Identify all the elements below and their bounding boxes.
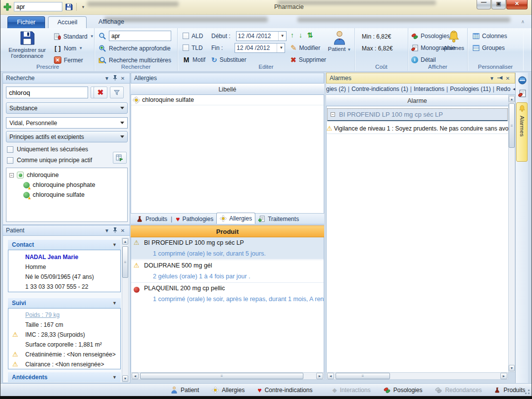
save-prescription-button[interactable]: Enregistrer sur l'ordonnance xyxy=(3,30,51,59)
date-dropdown-icon[interactable]: ▼ xyxy=(278,32,285,41)
securisees-checkbox[interactable]: Uniquement les sécurisées xyxy=(7,146,88,153)
collapse-icon[interactable]: − xyxy=(331,112,335,117)
close-button[interactable]: ✕ xyxy=(506,0,528,9)
middle-hscrollbar[interactable]: ◄ ≡ ► xyxy=(131,372,324,380)
export-list-button[interactable] xyxy=(113,152,127,164)
tab-contre-indications-count[interactable]: Contre-indications (1) xyxy=(351,86,408,92)
detail-button[interactable]: i Détail xyxy=(411,54,436,65)
scroll-right-icon[interactable]: ► xyxy=(500,373,507,379)
tab-redondances[interactable]: Redo xyxy=(496,86,511,92)
status-produits[interactable]: Produits xyxy=(494,387,525,394)
patient-scrollbar[interactable]: ▲ ≡ ▼ xyxy=(122,238,129,382)
scroll-up-icon[interactable]: ▲ xyxy=(122,238,128,245)
standard-button[interactable]: Standard▼ xyxy=(54,31,94,42)
ald-checkbox[interactable]: ALD xyxy=(183,31,203,41)
patient-weight-link[interactable]: Poids : 79 kg xyxy=(8,310,120,320)
produit-column-header[interactable]: Produit xyxy=(131,225,324,237)
tab-allergies[interactable]: Allergies xyxy=(216,213,255,224)
tab-traitements[interactable]: Traitements xyxy=(255,214,302,224)
alarm-group-row[interactable]: − BI PROFENID LP 100 mg cp séc LP xyxy=(327,108,508,121)
pin-icon[interactable] xyxy=(111,75,119,82)
colonnes-button[interactable]: Colonnes xyxy=(473,31,507,41)
antecedents-section-header[interactable]: Antécédents▼ xyxy=(8,372,121,382)
collapse-icon[interactable]: − xyxy=(9,173,14,177)
scrollbar-thumb[interactable]: ≡ xyxy=(140,373,303,379)
filter-button[interactable] xyxy=(110,87,124,98)
suivi-section-header[interactable]: Suivi▼ xyxy=(8,298,121,308)
tree-item-child[interactable]: ▲ chloroquine sulfate xyxy=(23,190,127,200)
move-both-icon[interactable]: ⇅ xyxy=(307,31,313,39)
alarme-column-header[interactable]: Alarme xyxy=(326,95,508,106)
libelle-column-header[interactable]: Libellé xyxy=(131,84,324,95)
product-row[interactable]: PLAQUENIL 200 mg cp pellic 1 comprimé (o… xyxy=(131,282,324,305)
scroll-left-icon[interactable]: ◄ xyxy=(327,373,334,379)
status-contre-indications[interactable]: ♥ Contre-indications xyxy=(257,386,312,394)
tree-item-child[interactable]: ▲ chloroquine phosphate xyxy=(23,180,127,190)
groupes-button[interactable]: Groupes xyxy=(473,43,505,53)
scroll-down-icon[interactable]: ▼ xyxy=(122,375,128,382)
status-interactions[interactable]: ◆ Interactions xyxy=(332,387,370,394)
allergy-row[interactable]: chloroquine sulfate xyxy=(131,95,324,105)
tab-allergies-count[interactable]: gies (2) xyxy=(326,86,346,92)
tab-interactions[interactable]: Interactions xyxy=(414,86,444,92)
pin-icon[interactable] xyxy=(111,227,119,234)
source-combo[interactable]: Vidal, Personnelle xyxy=(6,117,128,129)
alarm-hscrollbar[interactable]: ◄ ≡ ► xyxy=(326,372,508,380)
add-icon[interactable] xyxy=(3,3,11,11)
collapse-ribbon-icon[interactable]: ∧ xyxy=(521,19,525,24)
tab-pathologies[interactable]: ♥ Pathologies xyxy=(173,214,216,224)
tld-checkbox[interactable]: TLD xyxy=(183,43,203,53)
close-panel-icon[interactable]: ✕ xyxy=(504,76,512,81)
tab-affichage[interactable]: Affichage xyxy=(90,16,133,28)
panel-menu-icon[interactable]: ▼ xyxy=(103,76,111,81)
save-icon[interactable] xyxy=(65,3,73,11)
patient-button[interactable]: Patient ▼ xyxy=(326,30,353,52)
tab-fichier[interactable]: Fichier xyxy=(7,16,45,28)
tabs-scroll-left-icon[interactable]: ◄ xyxy=(510,87,515,91)
substituer-button[interactable]: ↻ Substituer xyxy=(211,54,246,65)
close-panel-icon[interactable]: ✕ xyxy=(119,76,127,81)
tab-accueil[interactable]: Accueil xyxy=(48,16,87,28)
status-posologies[interactable]: Posologies xyxy=(384,387,423,394)
monograph-tab-icon[interactable] xyxy=(517,88,528,99)
alarm-row[interactable]: ⚠ Vigilance de niveau 1 : Soyez prudents… xyxy=(327,123,508,134)
debut-date-input[interactable]: 12 /04 /2012▼ xyxy=(236,31,287,41)
resize-grip[interactable] xyxy=(524,389,530,395)
pin-horizontal-icon[interactable] xyxy=(496,76,504,81)
clear-search-button[interactable]: ✖ xyxy=(94,87,107,98)
supprimer-button[interactable]: ✖ Supprimer xyxy=(290,54,326,65)
panel-menu-icon[interactable]: ▼ xyxy=(488,76,496,81)
status-allergies[interactable]: Allergies xyxy=(212,387,244,394)
panel-menu-icon[interactable]: ▼ xyxy=(103,228,111,233)
modifier-button[interactable]: ✎ Modifier xyxy=(290,43,320,53)
alarm-vscrollbar[interactable]: ▲ ≡ ▼ xyxy=(508,95,515,372)
scroll-up-icon[interactable]: ▲ xyxy=(509,96,515,102)
detail-sphere-icon[interactable] xyxy=(517,74,528,86)
recherche-approfondie-button[interactable]: Recherche approfondie xyxy=(98,43,171,53)
alarmes-button[interactable]: Alarmes xyxy=(440,30,468,51)
scrollbar-thumb[interactable]: ≡ xyxy=(122,246,128,278)
principes-combo[interactable]: Principes actifs et excipients xyxy=(6,131,128,142)
product-row-selected[interactable]: ⚠BI PROFENID LP 100 mg cp séc LP 1 compr… xyxy=(131,237,324,259)
close-panel-icon[interactable]: ✕ xyxy=(119,228,127,233)
customize-toolbar-icon[interactable]: ▾ xyxy=(80,5,86,9)
tab-produits[interactable]: Produits xyxy=(134,214,170,224)
tab-posologies-count[interactable]: Posologies (11) xyxy=(450,86,491,92)
search-type-combo[interactable]: Substance xyxy=(6,102,128,114)
tree-item-root[interactable]: − chloroquine xyxy=(9,170,127,180)
product-row[interactable]: ⚠DOLIPRANE 500 mg gél 2 gélules (orale) … xyxy=(131,260,324,282)
minimize-button[interactable]: — xyxy=(477,0,491,9)
scroll-right-icon[interactable]: ► xyxy=(316,373,323,379)
scrollbar-thumb[interactable]: ≡ xyxy=(336,373,390,379)
substance-search-input[interactable] xyxy=(6,87,88,98)
move-up-icon[interactable]: ↑ xyxy=(290,31,294,39)
maximize-button[interactable]: ▣ xyxy=(491,0,506,9)
scroll-down-icon[interactable]: ▼ xyxy=(509,365,515,371)
contact-section-header[interactable]: Contact▼ xyxy=(8,240,121,250)
nom-button[interactable]: [ ] Nom▼ xyxy=(54,43,83,53)
unique-principe-checkbox[interactable]: Comme unique principe actif xyxy=(7,157,92,164)
move-down-icon[interactable]: ↓ xyxy=(299,31,302,39)
ribbon-search-input[interactable] xyxy=(109,31,171,41)
motif-button[interactable]: MMotif xyxy=(183,54,205,65)
alarmes-dock-tab[interactable]: Alarmes xyxy=(516,102,528,162)
